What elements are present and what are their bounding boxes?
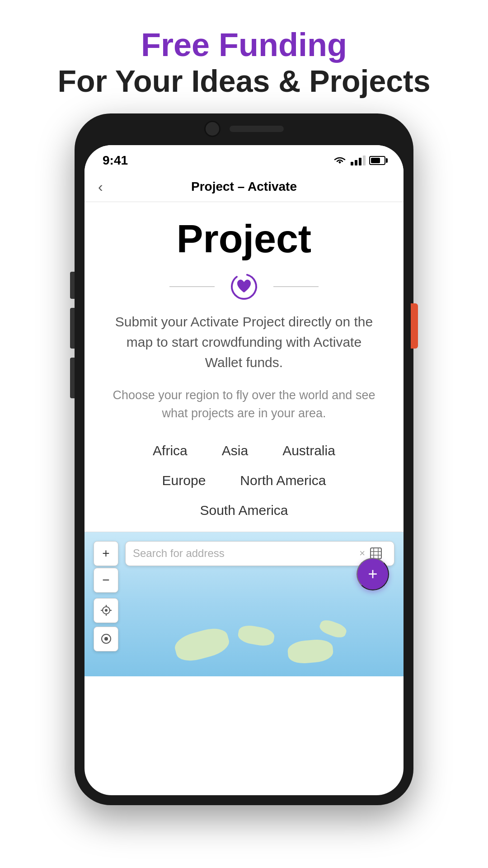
power-heart-icon [228, 271, 260, 302]
back-button[interactable]: ‹ [98, 179, 121, 195]
search-clear-icon[interactable]: × [359, 547, 365, 559]
regions-row-2: Europe North America [150, 468, 339, 493]
description-main: Submit your Activate Project directly on… [84, 311, 404, 373]
map-island-4 [318, 618, 348, 640]
battery-icon [369, 156, 385, 165]
front-camera [204, 121, 221, 137]
regions-row-3: South America [187, 498, 300, 523]
svg-point-1 [105, 609, 108, 612]
volume-down-button [70, 358, 75, 398]
nav-title: Project – Activate [121, 179, 367, 194]
region-asia[interactable]: Asia [209, 439, 261, 463]
map-island-1 [172, 624, 231, 665]
volume-up-button [70, 308, 75, 349]
regions-container: Africa Asia Australia Europe North Ameri… [84, 439, 404, 523]
zoom-out-button[interactable]: − [94, 568, 118, 593]
phone-screen: 9:41 [84, 145, 404, 795]
phone-mockup: 9:41 [75, 113, 413, 805]
map-island-3 [287, 638, 334, 665]
activate-icon-group [169, 271, 319, 302]
map-controls: + − [94, 541, 118, 651]
app-content: Project Submit your Acti [84, 202, 404, 795]
wifi-icon [333, 156, 347, 165]
earpiece-speaker [230, 126, 284, 132]
promo-subtitle: For Your Ideas & Projects [57, 63, 430, 100]
nav-bar: ‹ Project – Activate [84, 172, 404, 202]
promo-title: Free Funding [57, 27, 430, 63]
svg-point-7 [104, 637, 108, 641]
map-island-2 [237, 623, 276, 647]
page-title: Project [177, 216, 311, 262]
map-search-bar[interactable]: Search for address × + [125, 541, 394, 566]
description-sub: Choose your region to fly over the world… [84, 386, 404, 423]
phone-frame: 9:41 [75, 113, 413, 805]
status-bar: 9:41 [84, 145, 404, 172]
my-location-button[interactable] [94, 627, 118, 651]
search-placeholder: Search for address [133, 547, 355, 560]
status-icons [333, 156, 385, 165]
mute-button [70, 272, 75, 299]
phone-top-bar [199, 120, 289, 138]
locate-icon [100, 604, 113, 617]
power-button [411, 303, 418, 349]
fab-add-button[interactable]: + [357, 558, 389, 590]
map-section: + − [84, 532, 404, 676]
svg-rect-8 [371, 548, 381, 559]
icon-divider-left [169, 286, 215, 287]
region-australia[interactable]: Australia [270, 439, 348, 463]
signal-icon [351, 156, 366, 165]
region-north-america[interactable]: North America [227, 468, 338, 493]
locate-button[interactable] [94, 598, 118, 623]
icon-divider-right [273, 286, 319, 287]
region-europe[interactable]: Europe [150, 468, 219, 493]
region-africa[interactable]: Africa [140, 439, 200, 463]
region-south-america[interactable]: South America [187, 498, 300, 523]
regions-row-1: Africa Asia Australia [140, 439, 348, 463]
status-time: 9:41 [103, 153, 128, 168]
zoom-in-button[interactable]: + [94, 541, 118, 566]
location-icon [100, 633, 112, 645]
promo-header: Free Funding For Your Ideas & Projects [57, 27, 430, 100]
